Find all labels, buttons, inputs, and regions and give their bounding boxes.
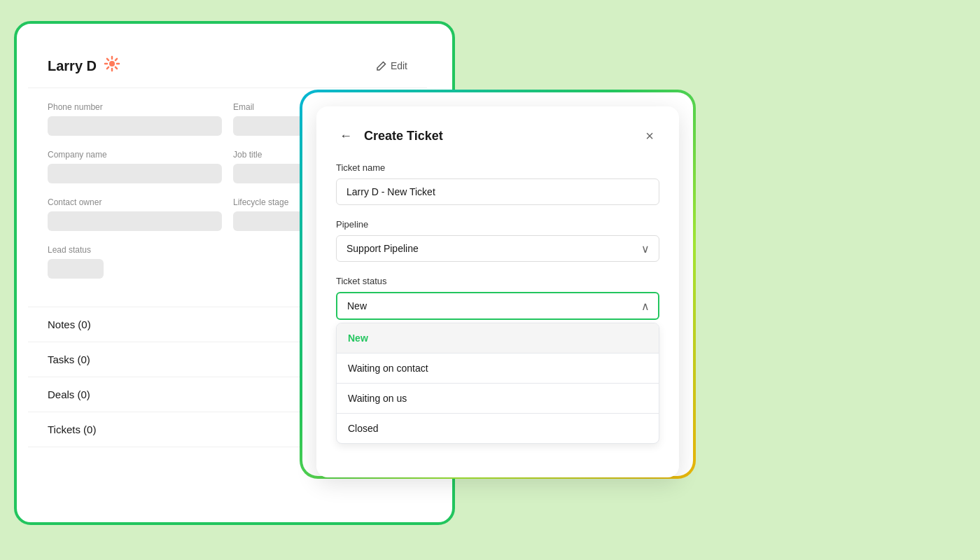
phone-label: Phone number [48, 102, 222, 112]
status-option-waiting-us[interactable]: Waiting on us [337, 384, 659, 413]
contact-name: Larry D [48, 55, 120, 76]
ticket-status-value: New [347, 300, 367, 312]
company-label: Company name [48, 150, 222, 160]
contact-card-header: Larry D Edit [28, 38, 427, 88]
modal-title: Create Ticket [364, 129, 443, 144]
modal-header-left: ← Create Ticket [336, 126, 443, 146]
edit-label: Edit [391, 60, 407, 71]
ticket-status-select[interactable]: New [336, 292, 659, 320]
company-skeleton [48, 164, 222, 183]
field-company: Company name [48, 150, 222, 183]
tickets-label: Tickets (0) [48, 424, 96, 435]
edit-button[interactable]: Edit [377, 60, 407, 71]
status-option-closed[interactable]: Closed [337, 414, 659, 443]
pipeline-select[interactable]: Support Pipeline [336, 235, 659, 262]
notes-label: Notes (0) [48, 318, 91, 330]
pipeline-select-wrapper: Support Pipeline ∨ [336, 235, 659, 262]
create-ticket-modal: ← Create Ticket × Ticket name Pipeline S… [316, 106, 679, 477]
status-option-closed-text: Closed [348, 423, 379, 434]
status-option-waiting-contact[interactable]: Waiting on contact [337, 354, 659, 383]
status-option-waiting-us-text: Waiting on us [348, 393, 407, 404]
lead-status-skeleton [48, 259, 104, 279]
pipeline-label: Pipeline [336, 219, 659, 230]
field-lead-status: Lead status [48, 245, 222, 279]
status-option-new[interactable]: New [337, 323, 659, 353]
ticket-name-group: Ticket name [336, 162, 659, 205]
back-button[interactable]: ← [336, 126, 356, 146]
ticket-status-select-wrapper: New ∧ [336, 292, 659, 320]
contact-owner-skeleton [48, 211, 222, 231]
ticket-status-label: Ticket status [336, 276, 659, 286]
modal-header: ← Create Ticket × [336, 126, 659, 146]
status-option-waiting-contact-text: Waiting on contact [348, 363, 428, 374]
status-dropdown: New Waiting on contact Waiting on us Clo… [336, 323, 659, 444]
back-icon: ← [340, 129, 352, 144]
status-option-new-text: New [348, 332, 368, 344]
pipeline-group: Pipeline Support Pipeline ∨ [336, 219, 659, 262]
deals-label: Deals (0) [48, 388, 90, 400]
field-phone: Phone number [48, 102, 222, 136]
ticket-name-input[interactable] [336, 178, 659, 205]
pipeline-value: Support Pipeline [346, 243, 419, 254]
ticket-status-group: Ticket status New ∧ New Waiting on conta… [336, 276, 659, 444]
ticket-name-label: Ticket name [336, 162, 659, 173]
field-contact-owner: Contact owner [48, 197, 222, 231]
close-button[interactable]: × [640, 126, 659, 146]
contact-name-text: Larry D [48, 58, 97, 74]
lead-status-label: Lead status [48, 245, 222, 255]
close-icon: × [645, 128, 654, 144]
svg-point-0 [109, 61, 115, 66]
phone-skeleton [48, 116, 222, 136]
tasks-label: Tasks (0) [48, 354, 90, 365]
contact-owner-label: Contact owner [48, 197, 222, 207]
hubspot-icon [104, 55, 120, 76]
